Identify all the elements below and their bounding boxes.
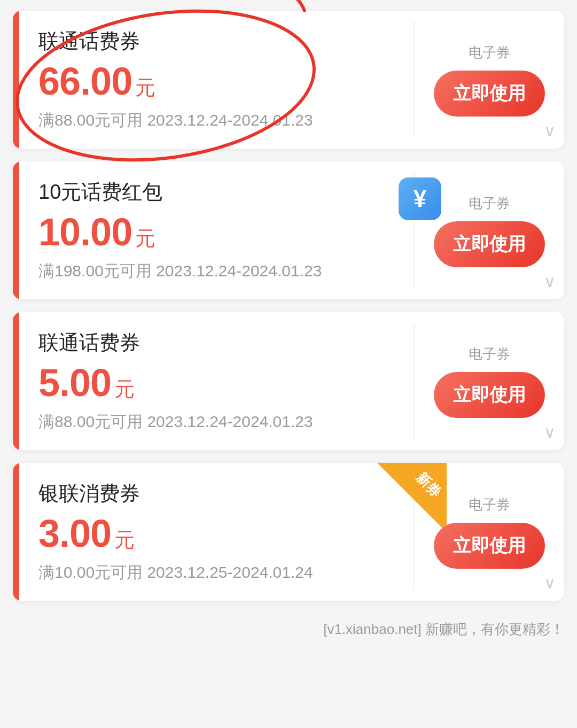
coupon-amount-3: 5.00: [38, 361, 111, 405]
coupon-left-bar-3: [13, 312, 19, 450]
coupon-card-2: 10元话费红包 10.00 元 满198.00元可用 2023.12.24-20…: [13, 161, 564, 299]
coupon-title-1: 联通话费券: [38, 28, 397, 55]
coupon-type-4: 电子券: [469, 495, 510, 514]
coupon-amount-4: 3.00: [38, 512, 111, 555]
coupon-use-btn-2[interactable]: 立即使用: [434, 221, 545, 267]
coupon-right-1: 电子券 立即使用 ∨: [415, 11, 564, 149]
coupon-use-btn-3[interactable]: 立即使用: [434, 372, 545, 418]
coupon-amount-2: 10.00: [38, 210, 132, 254]
coupon-left-bar-2: [13, 161, 19, 299]
coupon-condition-2: 满198.00元可用 2023.12.24-2024.01.23: [38, 260, 397, 282]
coupon-list: 联通话费券 66.00 元 满88.00元可用 2023.12.24-2024.…: [0, 0, 577, 611]
coupon-yuan-3: 元: [114, 376, 135, 403]
coupon-wrapper-3: 联通话费券 5.00 元 满88.00元可用 2023.12.24-2024.0…: [0, 312, 577, 450]
coupon-main-1: 联通话费券 66.00 元 满88.00元可用 2023.12.24-2024.…: [19, 11, 414, 149]
coupon-amount-row-4: 3.00 元: [38, 512, 397, 555]
chevron-down-icon-1: ∨: [544, 121, 556, 140]
coupon-wrapper-4: 银联消费券 3.00 元 满10.00元可用 2023.12.25-2024.0…: [0, 463, 577, 601]
coupon-yuan-2: 元: [135, 225, 155, 252]
footer-text: [v1.xianbao.net] 新赚吧，有你更精彩！: [0, 611, 577, 647]
coupon-right-4: 电子券 立即使用 ∨: [415, 463, 564, 601]
coupon-use-btn-4[interactable]: 立即使用: [434, 523, 545, 569]
coupon-condition-4: 满10.00元可用 2023.12.25-2024.01.24: [38, 562, 397, 584]
coupon-type-1: 电子券: [469, 43, 510, 62]
coupon-condition-1: 满88.00元可用 2023.12.24-2024.01.23: [38, 110, 397, 131]
coupon-title-2: 10元话费红包: [38, 179, 397, 206]
coupon-wrapper-1: 联通话费券 66.00 元 满88.00元可用 2023.12.24-2024.…: [0, 11, 577, 149]
chevron-down-icon-2: ∨: [544, 272, 556, 291]
coupon-card-3: 联通话费券 5.00 元 满88.00元可用 2023.12.24-2024.0…: [13, 312, 564, 450]
coupon-card-4: 银联消费券 3.00 元 满10.00元可用 2023.12.25-2024.0…: [13, 463, 564, 601]
coupon-type-3: 电子券: [469, 345, 510, 363]
coupon-title-3: 联通话费券: [38, 329, 397, 357]
coupon-title-4: 银联消费券: [38, 480, 397, 507]
coupon-use-btn-1[interactable]: 立即使用: [434, 71, 545, 117]
chevron-down-icon-4: ∨: [544, 574, 556, 592]
coupon-type-2: 电子券: [469, 194, 510, 213]
chevron-down-icon-3: ∨: [544, 423, 556, 442]
coupon-main-3: 联通话费券 5.00 元 满88.00元可用 2023.12.24-2024.0…: [19, 312, 414, 450]
coupon-yuan-1: 元: [135, 74, 155, 102]
coupon-left-bar-4: [13, 463, 19, 601]
coupon-main-2: 10元话费红包 10.00 元 满198.00元可用 2023.12.24-20…: [19, 161, 414, 299]
coupon-wrapper-2: 10元话费红包 10.00 元 满198.00元可用 2023.12.24-20…: [0, 161, 577, 299]
coupon-amount-1: 66.00: [38, 59, 132, 103]
coupon-right-2: 电子券 立即使用 ∨: [415, 161, 564, 299]
coupon-yuan-4: 元: [114, 526, 135, 554]
coupon-amount-row-2: 10.00 元: [38, 210, 397, 254]
coupon-amount-row-3: 5.00 元: [38, 361, 397, 405]
coupon-main-4: 银联消费券 3.00 元 满10.00元可用 2023.12.25-2024.0…: [19, 463, 414, 601]
coupon-condition-3: 满88.00元可用 2023.12.24-2024.01.23: [38, 411, 397, 433]
coupon-amount-row-1: 66.00 元: [38, 59, 397, 103]
coupon-card-1: 联通话费券 66.00 元 满88.00元可用 2023.12.24-2024.…: [13, 11, 564, 149]
coupon-right-3: 电子券 立即使用 ∨: [415, 312, 564, 450]
coupon-left-bar: [13, 11, 19, 149]
